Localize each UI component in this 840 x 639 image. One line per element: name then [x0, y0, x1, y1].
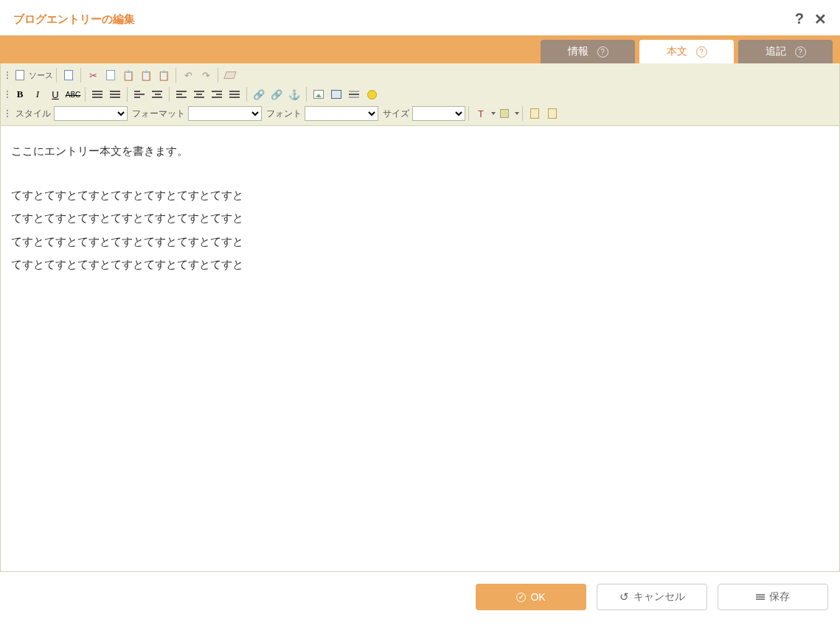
separator: [80, 68, 81, 83]
editor-content[interactable]: ここにエントリー本文を書きます。 てすとてすとてすとてすとてすとてすとてすと て…: [0, 126, 840, 572]
font-select[interactable]: [305, 106, 378, 121]
bold-button[interactable]: B: [11, 85, 29, 103]
content-line: てすとてすとてすとてすとてすとてすとてすと: [11, 253, 829, 276]
ok-button[interactable]: ✓ OK: [476, 584, 586, 610]
strike-button[interactable]: ABC: [64, 85, 82, 103]
numbered-list-icon[interactable]: [88, 85, 106, 103]
header-controls: ? ✕: [795, 10, 827, 28]
tab-more[interactable]: 追記 ?: [738, 40, 833, 63]
toolbar-row-1: ソース ✂ 📋 📋 📋 ↶ ↷: [4, 66, 836, 85]
align-justify-icon[interactable]: [226, 85, 243, 103]
align-left-icon[interactable]: [173, 85, 190, 103]
align-center-icon[interactable]: [190, 85, 208, 103]
content-line: てすとてすとてすとてすとてすとてすとてすと: [11, 184, 829, 207]
font-label: フォント: [266, 108, 302, 120]
dialog-title: ブログエントリーの編集: [13, 13, 135, 27]
tab-info-label: 情報: [568, 45, 589, 58]
tab-more-label: 追記: [766, 45, 786, 58]
paste-icon[interactable]: 📋: [119, 66, 137, 84]
new-page-icon[interactable]: [60, 66, 77, 84]
tab-body[interactable]: 本文 ?: [639, 40, 734, 63]
link-icon[interactable]: 🔗: [250, 85, 268, 103]
italic-button[interactable]: I: [29, 85, 46, 103]
image-icon[interactable]: [310, 85, 327, 103]
grip-icon: [4, 91, 11, 98]
dropdown-icon[interactable]: [515, 112, 519, 115]
editor-toolbar: ソース ✂ 📋 📋 📋 ↶ ↷ B I U ABC 🔗 🔗 ⚓: [0, 63, 840, 126]
format-select[interactable]: [188, 106, 262, 121]
tab-body-label: 本文: [667, 45, 687, 58]
cancel-button[interactable]: キャンセル: [597, 584, 707, 610]
tab-bar: 情報 ? 本文 ? 追記 ?: [0, 35, 840, 63]
help-icon[interactable]: ?: [795, 10, 804, 28]
cancel-label: キャンセル: [634, 590, 685, 604]
dialog-footer: ✓ OK キャンセル 保存: [0, 572, 840, 622]
separator: [522, 106, 523, 121]
copy-icon[interactable]: [102, 66, 119, 84]
separator: [85, 87, 86, 102]
check-icon: ✓: [516, 593, 526, 602]
separator: [176, 68, 176, 83]
separator: [246, 87, 247, 102]
dialog-header: ブログエントリーの編集 ? ✕: [0, 0, 840, 35]
tab-info[interactable]: 情報 ?: [541, 40, 635, 63]
separator: [468, 106, 469, 121]
cut-icon[interactable]: ✂: [84, 66, 102, 84]
toolbar-row-2: B I U ABC 🔗 🔗 ⚓: [4, 85, 836, 104]
unlink-icon[interactable]: 🔗: [268, 85, 285, 103]
separator: [127, 87, 128, 102]
style-select[interactable]: [54, 106, 128, 121]
separator: [169, 87, 170, 102]
undo-icon[interactable]: ↶: [179, 66, 197, 84]
save-label: 保存: [769, 590, 790, 604]
hr-icon[interactable]: [345, 85, 363, 103]
bullet-list-icon[interactable]: [106, 85, 124, 103]
eraser-icon[interactable]: [221, 66, 239, 84]
toolbar-row-3: スタイル フォーマット フォント サイズ T: [4, 104, 836, 123]
template-icon[interactable]: [526, 105, 544, 122]
indent-icon[interactable]: [148, 85, 166, 103]
help-icon[interactable]: ?: [597, 46, 608, 57]
separator: [56, 68, 57, 83]
content-line: ここにエントリー本文を書きます。: [11, 139, 829, 163]
save-icon: [756, 594, 765, 600]
content-line: てすとてすとてすとてすとてすとてすとてすと: [11, 206, 829, 230]
ok-label: OK: [530, 591, 545, 603]
format-label: フォーマット: [132, 108, 185, 120]
reload-icon: [619, 590, 629, 604]
smiley-icon[interactable]: [363, 85, 381, 103]
template2-icon[interactable]: [544, 105, 561, 122]
outdent-icon[interactable]: [131, 85, 148, 103]
content-line: てすとてすとてすとてすとてすとてすとてすと: [11, 230, 829, 254]
source-button[interactable]: [11, 66, 29, 84]
grip-icon: [4, 71, 11, 79]
bg-color-icon[interactable]: [496, 105, 513, 122]
separator: [306, 87, 307, 102]
help-icon[interactable]: ?: [795, 46, 806, 57]
underline-button[interactable]: U: [46, 85, 64, 103]
table-icon[interactable]: [327, 85, 345, 103]
source-label: ソース: [29, 70, 53, 81]
grip-icon: [4, 110, 11, 117]
text-color-icon[interactable]: T: [472, 105, 490, 122]
size-select[interactable]: [412, 106, 465, 121]
redo-icon[interactable]: ↷: [197, 66, 215, 84]
blank-line: [11, 163, 829, 184]
anchor-icon[interactable]: ⚓: [285, 85, 303, 103]
close-icon[interactable]: ✕: [814, 10, 827, 28]
help-icon[interactable]: ?: [696, 46, 707, 57]
style-label: スタイル: [15, 108, 51, 120]
save-button[interactable]: 保存: [718, 584, 828, 610]
separator: [218, 68, 218, 83]
align-right-icon[interactable]: [208, 85, 226, 103]
paste-word-icon[interactable]: 📋: [155, 66, 173, 84]
size-label: サイズ: [383, 108, 409, 120]
paste-text-icon[interactable]: 📋: [137, 66, 155, 84]
